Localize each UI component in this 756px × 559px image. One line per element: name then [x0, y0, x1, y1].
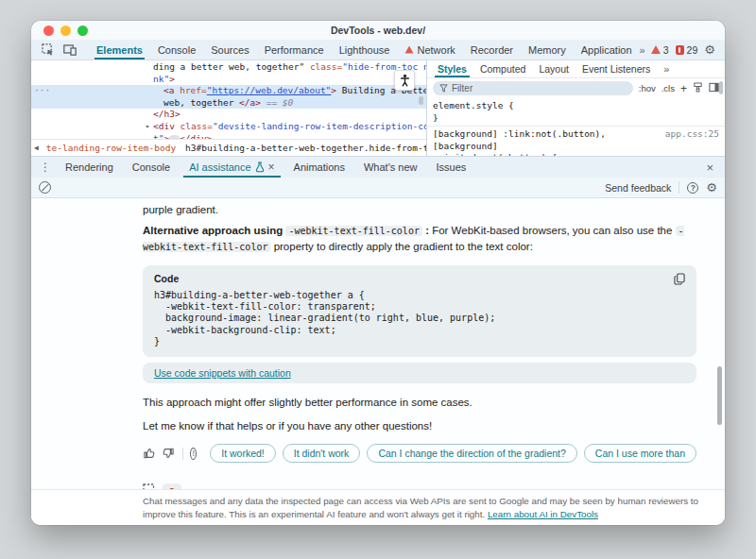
- assistant-paragraph: Let me know if that helps or if you have…: [143, 418, 696, 434]
- code-block-content[interactable]: h3#building-a-better-web-together a { -w…: [154, 290, 685, 348]
- suggestion-chips: It worked! It didn't work Can I change t…: [210, 444, 696, 463]
- tree-row[interactable]: nk">: [31, 74, 426, 86]
- accessibility-person-icon[interactable]: [394, 70, 415, 91]
- breadcrumb-item[interactable]: h3#building-a-better-web-together.hide-f…: [180, 143, 426, 153]
- clear-chat-icon[interactable]: [39, 181, 51, 194]
- copy-code-icon[interactable]: [674, 273, 685, 285]
- learn-about-ai-link[interactable]: Learn about AI in DevTools: [488, 509, 598, 519]
- context-row: a: [143, 483, 696, 489]
- href-link[interactable]: "https://web.dev/about": [207, 85, 332, 95]
- breadcrumb-left-arrow-icon[interactable]: ◀: [31, 144, 42, 152]
- drawer-tab-console[interactable]: Console: [123, 157, 180, 178]
- tab-event-listeners[interactable]: Event Listeners: [576, 60, 657, 77]
- suggestion-chip[interactable]: Can I use more than: [584, 444, 696, 463]
- close-drawer-icon[interactable]: ×: [698, 157, 721, 178]
- drawer-tab-issues[interactable]: Issues: [427, 157, 476, 178]
- tree-row-selected[interactable]: web, together </a> == $0: [31, 97, 426, 110]
- close-tab-icon[interactable]: ×: [268, 161, 275, 174]
- drawer-tab-ai-assistance[interactable]: AI assistance ×: [180, 157, 284, 178]
- css-rule-selector[interactable]: app.css:25[background] :link:not(.button…: [433, 128, 719, 152]
- style-rules: element.style { } app.css:25[background]…: [427, 98, 725, 156]
- tab-sources[interactable]: Sources: [203, 40, 256, 59]
- warning-triangle-icon: [651, 45, 661, 54]
- ai-disclaimer-footer: Chat messages and any data the inspected…: [31, 489, 725, 525]
- tab-recorder[interactable]: Recorder: [463, 40, 521, 59]
- tab-lighthouse[interactable]: Lighthouse: [332, 40, 398, 59]
- rendering-emulation-icon[interactable]: [693, 82, 703, 94]
- tab-network[interactable]: Network: [397, 40, 462, 59]
- tab-console[interactable]: Console: [150, 40, 203, 59]
- sidebar-position-icon[interactable]: [709, 82, 719, 94]
- devtools-window: DevTools - web.dev/ Elements Console Sou…: [31, 21, 725, 525]
- help-icon[interactable]: ?: [687, 182, 698, 194]
- chat-scrollbar-thumb[interactable]: [717, 366, 722, 425]
- tab-performance[interactable]: Performance: [257, 40, 332, 59]
- css-source-link[interactable]: app.css:25: [665, 128, 719, 141]
- assistant-paragraph: This approach might offer slightly bette…: [143, 395, 696, 411]
- issues-badge[interactable]: 29: [676, 44, 698, 56]
- toggle-classes-button[interactable]: .cls: [662, 83, 675, 93]
- suggestion-chip[interactable]: It worked!: [210, 444, 276, 463]
- expand-arrow-icon[interactable]: ▸: [146, 121, 150, 133]
- tree-row[interactable]: ding a better web, together" class="hide…: [31, 61, 426, 74]
- more-panels-icon[interactable]: »: [640, 44, 644, 56]
- styles-tab-bar: Styles Computed Layout Event Listeners »: [427, 60, 725, 78]
- inspect-element-icon[interactable]: [37, 40, 59, 59]
- drawer: ⋮ Rendering Console AI assistance × Anim…: [31, 156, 725, 525]
- thumbs-up-icon[interactable]: [143, 447, 156, 460]
- new-style-rule-button[interactable]: +: [680, 82, 687, 95]
- tab-elements[interactable]: Elements: [89, 40, 150, 59]
- code-caution-link[interactable]: Use code snippets with caution: [154, 367, 291, 379]
- warnings-badge[interactable]: 3: [651, 44, 669, 56]
- tab-layout[interactable]: Layout: [532, 60, 576, 77]
- ai-chat-content: purple gradient. Alternative approach us…: [31, 198, 725, 489]
- styles-filter-input[interactable]: Filter: [433, 81, 633, 95]
- device-toolbar-icon[interactable]: [59, 40, 81, 59]
- tree-row[interactable]: </h3>: [31, 109, 426, 121]
- styles-scrollbar-thumb[interactable]: [719, 81, 723, 94]
- ai-assistance-toolbar: Send feedback ? ⚙: [31, 178, 725, 198]
- settings-gear-icon[interactable]: ⚙: [704, 43, 715, 56]
- breadcrumb: ◀ te-landing-row-item-body h3#building-a…: [31, 139, 426, 156]
- drawer-kebab-menu-icon[interactable]: ⋮: [35, 157, 56, 178]
- breadcrumb-item[interactable]: te-landing-row-item-body: [42, 143, 180, 153]
- dom-tree: ding a better web, together" class="hide…: [31, 60, 426, 139]
- suggestion-chip[interactable]: Can I change the direction of the gradie…: [367, 444, 576, 463]
- tab-computed[interactable]: Computed: [473, 60, 532, 77]
- inline-code: -webkit-text-fill-color: [285, 226, 421, 236]
- elements-panel: ding a better web, together" class="hide…: [31, 60, 426, 156]
- more-sidebar-tabs-icon[interactable]: »: [657, 60, 675, 77]
- row-more-dots[interactable]: ···: [34, 85, 50, 97]
- tab-styles[interactable]: Styles: [431, 60, 473, 77]
- tab-memory[interactable]: Memory: [521, 40, 574, 59]
- tab-application[interactable]: Application: [574, 40, 640, 59]
- code-block-card: Code h3#building-a-better-web-together a…: [143, 265, 696, 357]
- send-feedback-link[interactable]: Send feedback: [605, 182, 671, 194]
- styles-filter-row: Filter :hov .cls +: [427, 78, 725, 98]
- ai-settings-gear-icon[interactable]: ⚙: [706, 181, 717, 194]
- window-title: DevTools - web.dev/: [31, 25, 725, 36]
- tree-row-selected[interactable]: ···<a href="https://web.dev/about"> Buil…: [31, 85, 426, 97]
- elements-scrollbar-thumb[interactable]: [419, 96, 423, 105]
- toolbar-divider: [679, 181, 679, 194]
- code-caution-strip: Use code snippets with caution: [143, 363, 696, 383]
- tree-row[interactable]: ▸<div class="devsite-landing-row-item-de…: [31, 121, 426, 133]
- thumbs-down-icon[interactable]: [162, 447, 175, 460]
- issue-icon: [676, 45, 684, 55]
- selected-element-chip[interactable]: a: [163, 483, 181, 489]
- rule-divider: [427, 126, 725, 127]
- drawer-tab-whats-new[interactable]: What's new: [354, 157, 427, 178]
- drawer-tab-rendering[interactable]: Rendering: [56, 157, 123, 178]
- code-block-title: Code: [154, 273, 179, 284]
- element-style-rule[interactable]: element.style {: [433, 100, 719, 112]
- toggle-hover-state-button[interactable]: :hov: [639, 83, 656, 93]
- network-warning-icon: [405, 45, 414, 53]
- select-element-icon[interactable]: [143, 483, 157, 489]
- main-toolbar: Elements Console Sources Performance Lig…: [31, 40, 725, 60]
- filter-funnel-icon: [439, 84, 448, 93]
- drawer-tab-animations[interactable]: Animations: [284, 157, 354, 178]
- kebab-menu-icon[interactable]: ⋮: [722, 43, 725, 57]
- report-icon[interactable]: !: [190, 448, 197, 460]
- suggestion-chip[interactable]: It didn't work: [283, 444, 361, 463]
- feedback-row: ! It worked! It didn't work Can I change…: [143, 444, 696, 463]
